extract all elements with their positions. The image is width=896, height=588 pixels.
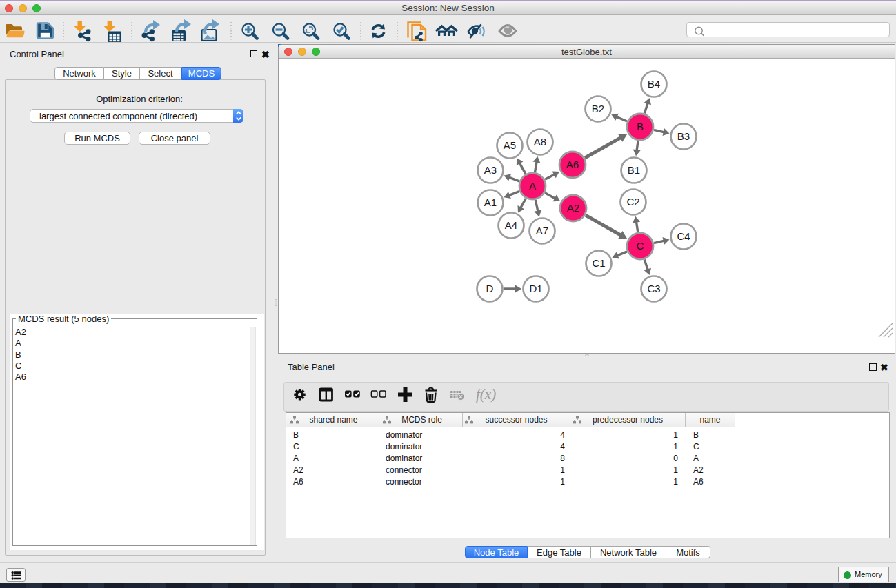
svg-text:C3: C3 — [647, 283, 660, 294]
svg-text:B4: B4 — [648, 78, 660, 90]
svg-text:C1: C1 — [592, 257, 605, 269]
svg-text:A3: A3 — [484, 164, 497, 176]
svg-text:A2: A2 — [567, 202, 579, 214]
svg-text:D: D — [486, 283, 494, 294]
svg-text:C: C — [637, 240, 644, 252]
svg-text:B3: B3 — [677, 130, 690, 142]
svg-text:A5: A5 — [504, 139, 516, 151]
svg-text:f(x): f(x) — [476, 386, 496, 403]
svg-text:A1: A1 — [484, 196, 497, 208]
svg-text:C4: C4 — [677, 230, 690, 242]
svg-text:A: A — [529, 180, 536, 192]
svg-text:B2: B2 — [592, 103, 604, 114]
svg-text:A8: A8 — [534, 136, 546, 148]
svg-text:A6: A6 — [566, 159, 579, 170]
svg-text:A4: A4 — [505, 219, 517, 231]
svg-text:A7: A7 — [536, 225, 548, 236]
svg-text:C2: C2 — [626, 196, 639, 207]
svg-text:B1: B1 — [628, 164, 640, 176]
svg-text:D1: D1 — [529, 283, 542, 294]
svg-text:B: B — [637, 121, 644, 132]
